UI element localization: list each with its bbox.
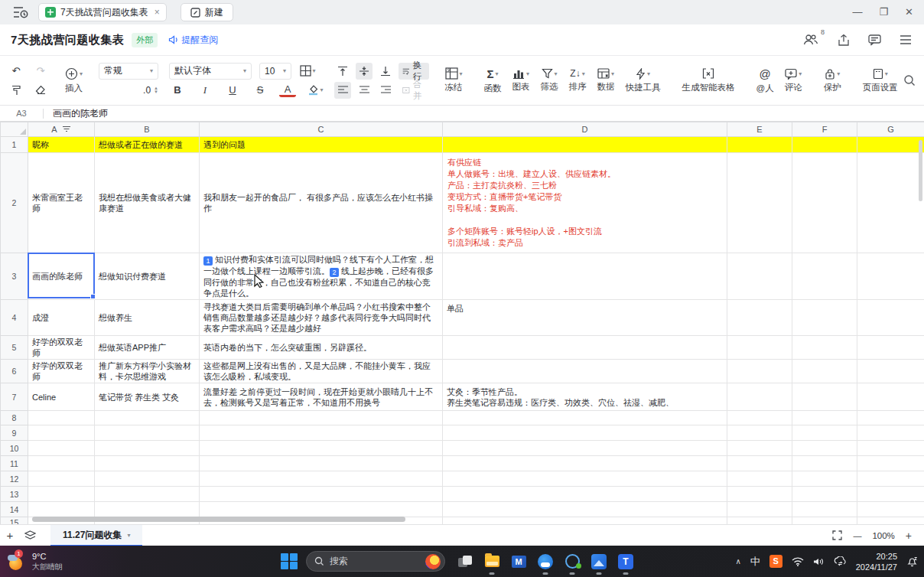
column-header-a[interactable]: A [28, 122, 95, 137]
align-bottom-icon[interactable] [377, 63, 394, 80]
row-number[interactable]: 10 [1, 441, 28, 456]
font-color-button[interactable]: A [279, 83, 296, 97]
cell-d4[interactable]: 单品 [443, 300, 727, 336]
cell-b1[interactable]: 想做或者正在做的赛道 [95, 137, 200, 153]
row-number[interactable]: 14 [1, 502, 28, 517]
share-icon[interactable] [838, 34, 850, 47]
doc-list-icon[interactable] [9, 4, 32, 21]
start-button[interactable] [280, 553, 298, 571]
tray-expand-icon[interactable]: ∧ [735, 557, 740, 566]
strikethrough-button[interactable]: S [252, 82, 268, 99]
insert-button[interactable]: ▾ 插入 [60, 59, 88, 102]
undo-icon[interactable]: ↶ [8, 63, 24, 80]
borders-icon[interactable]: ▾ [299, 63, 316, 80]
sheet-list-icon[interactable] [20, 530, 40, 540]
weather-widget[interactable]: 1 9°C 大部晴朗 [8, 552, 63, 572]
tab-sheet-active[interactable]: 11.27问题收集 ▾ [50, 525, 142, 546]
row-number[interactable]: 13 [1, 487, 28, 502]
cell-b3[interactable]: 想做知识付费赛道 [95, 253, 200, 300]
cell-c6[interactable]: 这些都是网上没有出售的，又是大品牌，不能挂小黄车，我应该怎么吸粉，私域变现。 [200, 360, 443, 383]
row-number[interactable]: 6 [1, 360, 28, 383]
column-header-d[interactable]: D [443, 122, 727, 137]
align-top-icon[interactable] [334, 63, 351, 80]
column-header-b[interactable]: B [95, 122, 200, 137]
row-number[interactable]: 12 [1, 471, 28, 487]
qq-app-icon[interactable] [563, 553, 581, 571]
row-number[interactable]: 9 [1, 425, 28, 441]
close-icon[interactable]: ✕ [905, 0, 913, 24]
chart-button[interactable]: ▾ 图表 [507, 59, 535, 102]
row-number[interactable]: 4 [1, 300, 28, 336]
smart-table-button[interactable]: 生成智能表格 [677, 59, 740, 102]
browser-app-icon[interactable] [536, 553, 555, 571]
cell-a3-selected[interactable]: 画画的陈老师 [28, 253, 95, 300]
cell-a6[interactable]: 好学的双双老师 [28, 360, 95, 383]
functions-button[interactable]: Σ▾ 函数 [479, 59, 507, 102]
collaborators-icon[interactable]: 8 [802, 34, 819, 46]
select-all-corner[interactable] [1, 122, 28, 137]
row-number[interactable]: 15 [1, 517, 28, 525]
filter-dropdown-icon[interactable] [62, 126, 71, 133]
cell-b6[interactable]: 推广新东方科学小实验材料，卡尔思维游戏 [95, 360, 200, 383]
tab-close-icon[interactable]: × [155, 7, 160, 18]
cell-c1[interactable]: 遇到的问题 [200, 137, 443, 153]
taskbar-search-input[interactable]: 搜索 [306, 551, 445, 572]
volume-icon[interactable] [813, 557, 825, 566]
filter-button[interactable]: ▾ 筛选 [535, 59, 564, 102]
align-middle-icon[interactable] [356, 63, 373, 80]
cell-d1[interactable] [443, 137, 727, 153]
align-left-icon[interactable] [334, 82, 351, 99]
row-number[interactable]: 2 [1, 153, 28, 253]
cell-c5[interactable]: 英语内卷的当下，怎么突破重围，另辟蹊径。 [200, 336, 443, 360]
cell-c4[interactable]: 寻找赛道大类目后需要明确到单个单品吗？小红书搜索中整个销售商品数量越多还是越少好… [200, 300, 443, 336]
column-header-e[interactable]: E [727, 122, 792, 137]
redo-icon[interactable]: ↷ [32, 63, 49, 80]
align-right-icon[interactable] [377, 82, 394, 99]
cell-d2[interactable]: 有供应链 单人做账号：出境、建立人设、供应链素材。 产品：主打卖抗炎粉、三七粉 … [443, 153, 727, 253]
cell-d3[interactable] [443, 253, 727, 300]
font-size-select[interactable]: 10▾ [259, 63, 291, 80]
cell-c2[interactable]: 我和朋友一起开的食品厂， 有很多产品，应该怎么在小红书操作 [200, 153, 443, 253]
format-painter-icon[interactable] [8, 82, 24, 99]
add-sheet-button[interactable]: + [0, 529, 20, 542]
fullscreen-icon[interactable] [832, 530, 842, 540]
file-explorer-icon[interactable] [483, 553, 501, 571]
toolbar-search-icon[interactable] [903, 74, 916, 86]
mention-button[interactable]: @ @人 [751, 59, 779, 102]
photos-app-icon[interactable] [590, 553, 608, 571]
minimize-icon[interactable]: — [852, 0, 862, 24]
sort-button[interactable]: Z↓▾ 排序 [564, 59, 592, 102]
row-number[interactable]: 1 [1, 137, 28, 153]
notification-bell-icon[interactable] [906, 556, 918, 567]
spreadsheet-grid[interactable]: A B C D E F G 1 昵称 想做或者正在做的赛道 遇到的问题 2 [0, 122, 924, 524]
cell-d7[interactable]: 艾灸：季节性产品。 养生类笔记容易违规：医疗类、功效类、穴位、祛湿、减肥、 [443, 383, 727, 411]
zoom-out-button[interactable]: — [853, 531, 861, 540]
align-center-icon[interactable] [356, 82, 373, 99]
column-header-g[interactable]: G [857, 122, 924, 137]
italic-button[interactable]: I [197, 82, 213, 99]
sync-cloud-icon[interactable] [834, 556, 847, 566]
row-number[interactable]: 8 [1, 411, 28, 425]
row-number[interactable]: 5 [1, 336, 28, 360]
cell-a2[interactable]: 米雷画室王老师 [28, 153, 95, 253]
tab-new-document[interactable]: 新建 [181, 3, 233, 21]
docs-app-icon[interactable]: T [617, 553, 635, 571]
row-number[interactable]: 11 [1, 456, 28, 471]
row-number[interactable]: 7 [1, 383, 28, 411]
cell-c7[interactable]: 流量好差 之前停更过一段时间，现在开始更就小眼睛几十上不去，检测账号又是写着正常… [200, 383, 443, 411]
protect-button[interactable]: ▾ 保护 [818, 59, 847, 102]
eraser-icon[interactable] [32, 82, 49, 99]
cell-b5[interactable]: 想做英语APP推广 [95, 336, 200, 360]
bold-button[interactable]: B [169, 82, 186, 99]
quick-tools-button[interactable]: ▾ 快捷工具 [620, 59, 666, 102]
cell-a4[interactable]: 成澄 [28, 300, 95, 336]
zoom-level[interactable]: 100% [872, 531, 894, 540]
fill-color-button[interactable]: ▾ [307, 82, 324, 99]
maximize-icon[interactable]: ❐ [879, 0, 888, 24]
font-family-select[interactable]: 默认字体▾ [169, 63, 252, 80]
zoom-in-button[interactable]: + [906, 530, 912, 542]
data-button[interactable]: ▾ 数据 [592, 59, 620, 102]
freeze-button[interactable]: ▾ 冻结 [440, 59, 468, 102]
row-number[interactable]: 3 [1, 253, 28, 300]
cell-b4[interactable]: 想做养生 [95, 300, 200, 336]
